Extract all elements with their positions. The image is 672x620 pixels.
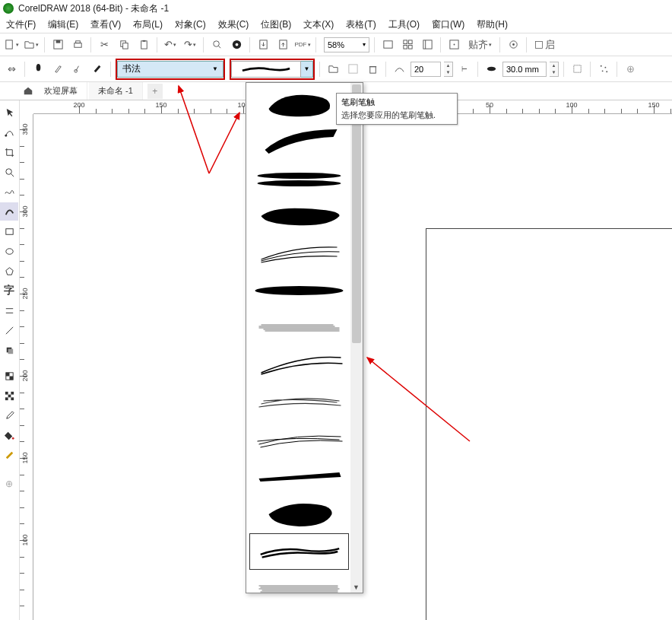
pick-tool[interactable]	[0, 103, 18, 122]
cut-button[interactable]: ✂	[96, 37, 113, 53]
brush-item[interactable]	[249, 272, 349, 309]
gauge-icon[interactable]	[228, 37, 245, 53]
connector-tool[interactable]	[0, 321, 18, 339]
guides-button[interactable]	[419, 37, 436, 53]
svg-rect-20	[423, 40, 431, 49]
tab-welcome[interactable]: 欢迎屏幕	[35, 82, 87, 100]
menu-file[interactable]: 文件(F)	[6, 18, 36, 31]
brush-item[interactable]	[249, 235, 349, 272]
undo-button[interactable]: ↶	[162, 37, 179, 53]
smoothing-spinner[interactable]: ▲▼	[444, 62, 453, 77]
copy-button[interactable]	[116, 37, 132, 53]
publish-pdf-button[interactable]: PDF	[294, 37, 311, 53]
redo-button[interactable]: ↷	[182, 37, 198, 53]
scatter-icon[interactable]	[595, 61, 612, 78]
svg-point-57	[11, 437, 14, 439]
bounding-box-icon[interactable]	[569, 61, 585, 78]
brush-icon[interactable]	[49, 61, 66, 78]
tab-add-button[interactable]: +	[147, 84, 163, 99]
shape-tool[interactable]	[0, 123, 18, 141]
import-button[interactable]	[255, 37, 271, 53]
spray-icon[interactable]	[69, 61, 86, 78]
brush-item-selected[interactable]	[249, 533, 349, 570]
svg-rect-50	[5, 372, 9, 376]
brush-item[interactable]	[249, 347, 349, 383]
stroke-width-spinner[interactable]: ▲▼	[550, 62, 559, 77]
text-tool[interactable]: 字	[0, 281, 18, 300]
new-button[interactable]	[3, 37, 20, 53]
svg-line-63	[367, 358, 470, 441]
menu-edit[interactable]: 编辑(E)	[48, 18, 78, 31]
brush-item[interactable]	[249, 459, 349, 495]
snap-button[interactable]	[445, 37, 462, 53]
parallel-dim-tool[interactable]	[0, 301, 18, 320]
tab-document[interactable]: 未命名 -1	[89, 82, 143, 100]
brush-stroke-dropdown-arrow[interactable]: ▼	[301, 61, 313, 78]
brush-category-combo[interactable]: 书法 ▼	[117, 61, 223, 78]
svg-rect-0	[6, 40, 12, 49]
polygon-tool[interactable]	[0, 262, 18, 280]
property-bar: ⇔ 书法 ▼ ▼ 20 ▲▼ ⊢ 30.0 mm ▲▼ ⊕	[0, 56, 672, 82]
fullscreen-button[interactable]	[379, 37, 396, 53]
print-button[interactable]	[69, 37, 86, 53]
options-button[interactable]	[505, 37, 521, 53]
delete-brush-button[interactable]	[364, 61, 381, 78]
ellipse-tool[interactable]	[0, 242, 18, 260]
calligraphy-icon[interactable]	[89, 61, 106, 78]
menu-layout[interactable]: 布局(L)	[133, 18, 163, 31]
export-button[interactable]	[274, 37, 291, 53]
menu-tools[interactable]: 工具(O)	[388, 18, 420, 31]
save-button[interactable]	[49, 37, 66, 53]
zoom-tool[interactable]	[0, 163, 18, 181]
smoothing-slider-icon[interactable]: ⊢	[456, 61, 473, 78]
brush-scrollbar[interactable]: ▼	[350, 83, 363, 593]
rectangle-tool[interactable]	[0, 222, 18, 240]
zoom-combo[interactable]: 58%▾	[324, 37, 369, 52]
fill-tool[interactable]	[0, 426, 18, 444]
svg-rect-26	[536, 41, 543, 48]
smoothing-input[interactable]: 20	[410, 62, 441, 77]
brush-stroke-preview[interactable]	[231, 61, 301, 78]
launch-button[interactable]: 启	[531, 37, 558, 53]
menu-bitmap[interactable]: 位图(B)	[261, 18, 291, 31]
grid-button[interactable]	[399, 37, 416, 53]
brush-item[interactable]	[249, 310, 349, 346]
stroke-width-input[interactable]: 30.0 mm	[502, 62, 547, 77]
checker-tool[interactable]	[0, 386, 18, 405]
brush-item[interactable]	[249, 421, 349, 458]
add-button[interactable]: ⊕	[622, 61, 639, 78]
freehand-tool[interactable]	[0, 183, 18, 201]
browse-button[interactable]	[325, 61, 341, 78]
brush-item[interactable]	[249, 384, 349, 421]
home-icon[interactable]	[23, 85, 33, 96]
svg-rect-19	[408, 45, 412, 49]
transparency-tool[interactable]	[0, 367, 18, 385]
drop-shadow-tool[interactable]	[0, 341, 18, 359]
save-brush-button[interactable]	[344, 61, 361, 78]
svg-point-34	[600, 65, 601, 67]
svg-point-39	[5, 168, 11, 174]
preset-brush-icon[interactable]	[30, 61, 46, 78]
mirror-h-icon[interactable]: ⇔	[3, 61, 20, 78]
menu-object[interactable]: 对象(C)	[175, 18, 206, 31]
brush-item[interactable]	[249, 496, 349, 533]
paste-button[interactable]	[135, 37, 152, 53]
menu-text[interactable]: 文本(X)	[303, 18, 334, 31]
menu-view[interactable]: 查看(V)	[90, 18, 121, 31]
menu-effects[interactable]: 效果(C)	[218, 18, 249, 31]
crop-tool[interactable]	[0, 143, 18, 161]
artistic-media-tool[interactable]	[0, 202, 18, 221]
brush-item[interactable]	[249, 571, 349, 593]
brush-item[interactable]	[249, 198, 349, 234]
open-button[interactable]	[23, 37, 40, 53]
menu-window[interactable]: 窗口(W)	[432, 18, 464, 31]
svg-rect-52	[5, 391, 8, 394]
outline-tool[interactable]	[0, 446, 18, 464]
menu-table[interactable]: 表格(T)	[346, 18, 376, 31]
scrollbar-down-icon[interactable]: ▼	[353, 583, 360, 591]
eyedropper-tool[interactable]	[0, 406, 18, 424]
search-button[interactable]	[208, 37, 225, 53]
menu-help[interactable]: 帮助(H)	[477, 18, 508, 31]
align-dropdown[interactable]: 贴齐	[465, 37, 495, 53]
expand-tool[interactable]: ⊕	[0, 475, 18, 493]
